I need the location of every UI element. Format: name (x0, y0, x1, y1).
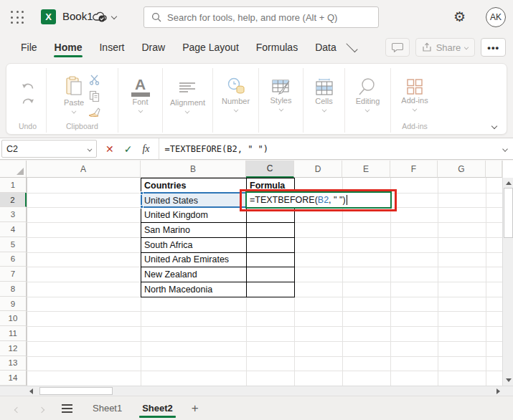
ribbon-collapse-chevron-icon[interactable] (491, 123, 497, 129)
cell-b8[interactable]: North Macedonia (141, 282, 247, 297)
scroll-up-arrow-icon[interactable] (506, 181, 512, 185)
cell-b3[interactable]: United Kingdom (141, 207, 247, 223)
selection-handle[interactable] (140, 191, 143, 195)
vertical-scrollbar[interactable] (502, 178, 513, 386)
account-avatar[interactable]: AK (486, 7, 506, 27)
font-underline-bar (131, 92, 150, 97)
tab-data[interactable]: Data (307, 37, 344, 58)
cell-b4[interactable]: San Marino (141, 222, 247, 238)
addins-button[interactable]: Add-ins (401, 78, 428, 113)
referenced-cell-b2-highlight[interactable] (141, 192, 247, 208)
styles-button[interactable]: Styles (270, 78, 292, 113)
column-header-c[interactable]: C (246, 161, 294, 178)
cell-b7[interactable]: New Zealand (141, 267, 247, 282)
row-header-8[interactable]: 8 (0, 282, 27, 297)
excel-logo-icon[interactable]: X (41, 9, 56, 24)
alignment-button[interactable]: Alignment (170, 76, 205, 114)
active-cell-c2-editor[interactable]: =TEXTBEFORE(B2, " ") (245, 191, 392, 209)
cell-c7[interactable] (246, 267, 295, 282)
workbook-title[interactable]: Book1 (62, 10, 93, 22)
previous-sheet-chevron-icon[interactable] (10, 402, 24, 415)
search-bar[interactable]: Search for tools, help, and more (Alt + … (143, 6, 379, 28)
font-button[interactable]: A Font (131, 77, 150, 114)
undo-group: Undo (9, 68, 47, 133)
row-header-12[interactable]: 12 (0, 341, 27, 356)
column-header-e[interactable]: E (342, 161, 390, 178)
more-options-button[interactable]: ••• (481, 38, 506, 57)
column-header-a[interactable]: A (27, 161, 141, 178)
vertical-scrollbar-thumb[interactable] (504, 188, 513, 238)
redo-icon[interactable] (22, 98, 34, 108)
row-header-2[interactable]: 2 (0, 193, 27, 208)
cell-b6[interactable]: United Arab Emirates (141, 252, 247, 268)
row-header-9[interactable]: 9 (0, 297, 27, 312)
tab-sheet2[interactable]: Sheet2 (132, 397, 183, 419)
column-header-d[interactable]: D (294, 161, 342, 178)
more-tabs-chevron-icon[interactable] (346, 41, 357, 52)
number-button[interactable]: Number (222, 77, 250, 113)
confirm-entry-icon[interactable]: ✓ (124, 143, 133, 155)
tab-draw[interactable]: Draw (133, 37, 173, 58)
tab-formulas[interactable]: Formulas (248, 37, 306, 58)
tab-file[interactable]: File (13, 37, 45, 58)
format-painter-icon[interactable] (88, 107, 100, 117)
scroll-right-arrow-icon[interactable] (496, 388, 500, 394)
scroll-down-arrow-icon[interactable] (506, 378, 512, 382)
row-header-13[interactable]: 13 (0, 356, 27, 371)
app-launcher-icon[interactable] (11, 11, 24, 24)
cell-b1[interactable]: Countries (141, 178, 247, 194)
insert-function-icon[interactable]: fx (142, 143, 149, 155)
horizontal-scrollbar[interactable] (0, 386, 513, 396)
row-header-6[interactable]: 6 (0, 252, 27, 267)
formula-input[interactable]: =TEXTBEFORE(B2, " ") (159, 138, 503, 159)
selection-handle[interactable] (140, 205, 143, 209)
all-sheets-menu-icon[interactable] (62, 402, 72, 415)
undo-icon[interactable] (22, 83, 34, 92)
cell-b5[interactable]: South Africa (141, 237, 247, 253)
column-header-b[interactable]: B (141, 161, 246, 178)
row-header-4[interactable]: 4 (0, 222, 27, 237)
share-button[interactable]: Share (415, 38, 476, 57)
tab-home[interactable]: Home (47, 37, 90, 58)
share-label: Share (436, 42, 461, 53)
row-header-1[interactable]: 1 (0, 178, 27, 193)
cell-c3[interactable] (246, 207, 295, 223)
comments-button[interactable] (385, 38, 410, 57)
select-all-corner[interactable] (0, 161, 27, 178)
addins-group-label: Add-ins (402, 121, 428, 133)
column-header-partial[interactable] (486, 161, 502, 178)
cells-button[interactable]: Cells (315, 78, 334, 113)
clipboard-group-label: Clipboard (66, 121, 98, 133)
tab-page-layout[interactable]: Page Layout (174, 37, 247, 58)
row-header-3[interactable]: 3 (0, 207, 27, 222)
next-sheet-chevron-icon[interactable] (34, 402, 49, 415)
row-header-10[interactable]: 10 (0, 311, 27, 326)
share-icon (422, 42, 433, 52)
tab-insert[interactable]: Insert (91, 37, 132, 58)
title-dropdown-chevron-icon[interactable] (111, 14, 117, 19)
tab-sheet1[interactable]: Sheet1 (83, 397, 132, 419)
cloud-saved-icon[interactable] (93, 11, 107, 23)
formula-bar-expand-chevron-icon[interactable] (502, 146, 508, 152)
cut-icon[interactable] (89, 75, 100, 85)
column-header-f[interactable]: F (390, 161, 438, 178)
cell-c5[interactable] (246, 237, 295, 253)
name-box[interactable]: C2 (1, 140, 97, 158)
row-header-11[interactable]: 11 (0, 326, 27, 341)
number-group: Number (213, 68, 259, 133)
row-header-7[interactable]: 7 (0, 267, 27, 282)
copy-icon[interactable] (89, 90, 100, 102)
settings-gear-icon[interactable]: ⚙ (453, 9, 466, 25)
horizontal-scrollbar-thumb[interactable] (39, 387, 113, 395)
scroll-left-arrow-icon[interactable] (29, 388, 33, 394)
row-header-5[interactable]: 5 (0, 237, 27, 252)
cell-c6[interactable] (246, 252, 295, 268)
editing-button[interactable]: Editing (356, 77, 380, 113)
paste-button[interactable]: Paste (64, 76, 84, 115)
cell-c4[interactable] (246, 222, 295, 238)
column-header-g[interactable]: G (438, 161, 486, 178)
cell-c8[interactable] (246, 282, 295, 297)
cancel-entry-icon[interactable]: ✕ (105, 143, 114, 155)
add-sheet-button[interactable]: + (183, 401, 207, 416)
row-header-14[interactable]: 14 (0, 371, 27, 386)
